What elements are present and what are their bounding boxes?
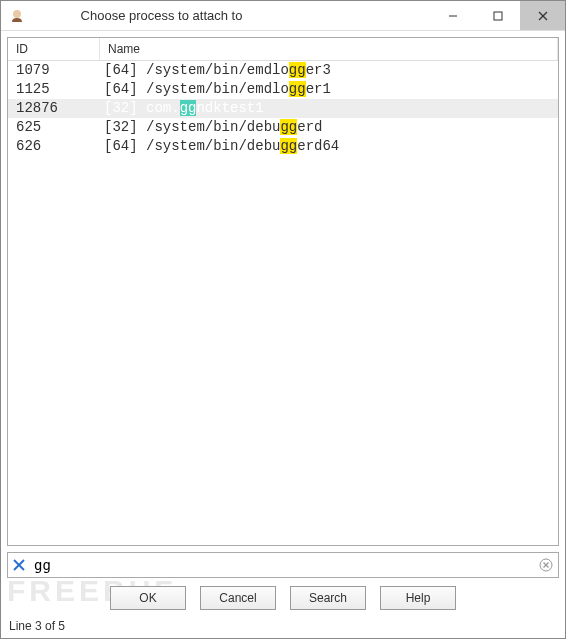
table-row[interactable]: 1079[64] /system/bin/emdlogger3 [8,61,558,80]
cell-id: 626 [8,137,100,156]
title-bar: Choose process to attach to [1,1,565,31]
search-bar [7,552,559,578]
help-button[interactable]: Help [380,586,456,610]
table-row[interactable]: 626[64] /system/bin/debuggerd64 [8,137,558,156]
cell-name: [32] /system/bin/debuggerd [100,118,558,137]
window-title: Choose process to attach to [33,8,430,23]
list-body[interactable]: 1079[64] /system/bin/emdlogger31125[64] … [8,61,558,545]
process-list: ID Name 1079[64] /system/bin/emdlogger31… [7,37,559,546]
filter-icon [8,558,30,572]
table-row[interactable]: 625[32] /system/bin/debuggerd [8,118,558,137]
cell-id: 12876 [8,99,100,118]
column-header-name[interactable]: Name [100,38,558,60]
cell-id: 625 [8,118,100,137]
cell-id: 1125 [8,80,100,99]
minimize-button[interactable] [430,1,475,30]
app-icon [9,8,25,24]
window-controls [430,1,565,30]
search-input[interactable] [30,555,534,575]
clear-search-icon[interactable] [534,558,558,572]
ok-button[interactable]: OK [110,586,186,610]
column-header-id[interactable]: ID [8,38,100,60]
svg-point-0 [13,10,21,18]
cancel-button[interactable]: Cancel [200,586,276,610]
table-row[interactable]: 1125[64] /system/bin/emdlogger1 [8,80,558,99]
cell-name: [32] com.ggndktest1 [100,99,558,118]
maximize-button[interactable] [475,1,520,30]
svg-rect-2 [494,12,502,20]
list-header: ID Name [8,38,558,61]
cell-name: [64] /system/bin/debuggerd64 [100,137,558,156]
table-row[interactable]: 12876[32] com.ggndktest1 [8,99,558,118]
close-button[interactable] [520,1,565,30]
cell-name: [64] /system/bin/emdlogger1 [100,80,558,99]
search-button[interactable]: Search [290,586,366,610]
dialog-buttons: OK Cancel Search Help [1,582,565,616]
cell-name: [64] /system/bin/emdlogger3 [100,61,558,80]
cell-id: 1079 [8,61,100,80]
status-bar: Line 3 of 5 [1,616,565,638]
